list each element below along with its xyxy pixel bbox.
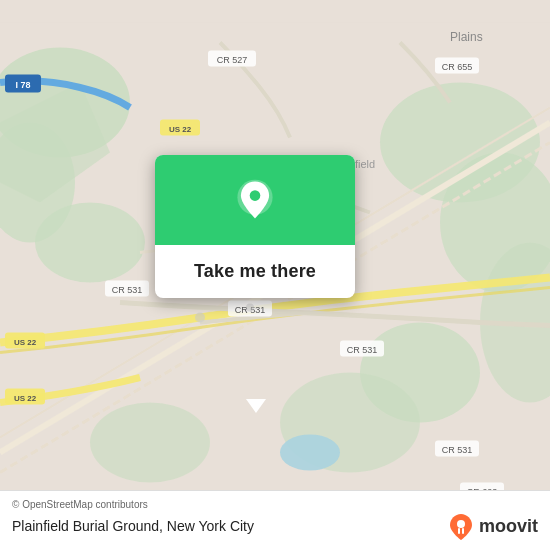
popup-top-section: [155, 155, 355, 245]
map-container: I 78 CR 527 CR 655 CR 531 CR 531 CR 531 …: [0, 0, 550, 550]
popup-bottom-section[interactable]: Take me there: [178, 245, 332, 298]
location-name: Plainfield Burial Ground, New York City: [12, 518, 254, 534]
svg-rect-46: [462, 528, 464, 534]
bottom-bar: © OpenStreetMap contributors Plainfield …: [0, 490, 550, 550]
svg-point-43: [250, 190, 261, 201]
location-pin-icon: [233, 178, 277, 222]
svg-text:CR 531: CR 531: [112, 285, 143, 295]
take-me-there-button[interactable]: Take me there: [194, 257, 316, 286]
moovit-logo: moovit: [447, 512, 538, 540]
svg-point-9: [90, 403, 210, 483]
svg-point-3: [35, 203, 145, 283]
svg-text:US 22: US 22: [14, 338, 37, 347]
svg-text:US 22: US 22: [14, 394, 37, 403]
svg-text:CR 527: CR 527: [217, 55, 248, 65]
svg-rect-45: [458, 528, 460, 534]
svg-text:CR 655: CR 655: [442, 62, 473, 72]
moovit-brand-icon: [447, 512, 475, 540]
svg-point-44: [457, 520, 465, 528]
svg-text:I 78: I 78: [15, 80, 30, 90]
svg-text:field: field: [355, 158, 375, 170]
popup-card: Take me there: [155, 155, 355, 298]
svg-text:CR 531: CR 531: [442, 445, 473, 455]
svg-point-11: [280, 435, 340, 471]
bottom-info-row: Plainfield Burial Ground, New York City …: [12, 512, 538, 540]
attribution-text: © OpenStreetMap contributors: [12, 499, 538, 510]
moovit-brand-text: moovit: [479, 516, 538, 537]
svg-point-39: [195, 313, 205, 323]
popup-tail: [246, 399, 266, 413]
svg-text:Plains: Plains: [450, 30, 483, 44]
svg-text:CR 531: CR 531: [347, 345, 378, 355]
svg-text:US 22: US 22: [169, 125, 192, 134]
svg-point-40: [246, 304, 254, 312]
